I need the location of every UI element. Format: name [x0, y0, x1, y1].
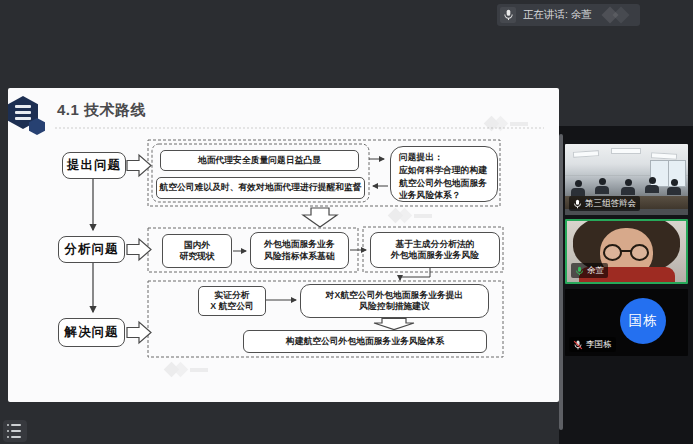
participant-name: 李国栋 [586, 339, 612, 351]
flow-stage-solve: 解决问题 [58, 318, 125, 347]
participant-video-speaker[interactable]: 余萱 [565, 219, 688, 284]
flow-stage-analyze: 分析问题 [58, 236, 125, 263]
flow-box-empirical-analysis: 实证分析 X 航空公司 [198, 286, 266, 316]
participant-name-badge: 李国栋 [569, 337, 616, 352]
shared-screen-slide: 4.1 技术路线 [8, 88, 559, 402]
participant-name: 余萱 [587, 265, 604, 277]
sidebar-resize-handle[interactable] [559, 134, 563, 430]
mic-speaking-icon [575, 266, 584, 276]
participant-video-avatar[interactable]: 国栋 李国栋 [565, 289, 688, 356]
flow-box-index-system-base: 外包地面服务业务 风险指标体系基础 [250, 232, 349, 269]
participant-name-badge: 第三组答辩会 [569, 196, 640, 211]
flow-stage-propose: 提出问题 [62, 152, 126, 179]
mic-on-icon [573, 199, 582, 209]
watermark-logo [486, 118, 532, 132]
flow-box-research-status: 国内外 研究现状 [162, 234, 232, 268]
speaking-banner-text: 正在讲话: 余萱 [523, 8, 592, 22]
participant-name-badge: 余萱 [571, 263, 608, 278]
watermark-logo [166, 364, 212, 378]
flow-box-problem-statement: 问题提出： 应如何科学合理的构建 航空公司外包地面服务 业务风险体系？ [390, 146, 498, 202]
participant-video-group[interactable]: 第三组答辩会 [565, 144, 688, 215]
avatar: 国栋 [620, 298, 666, 344]
mic-icon [500, 7, 516, 23]
meeting-watermark-logo-icon [600, 6, 634, 24]
flow-box-pca-risk: 基于主成分分析法的 外包地面服务业务风险 [370, 232, 500, 268]
participant-list-button[interactable] [3, 420, 27, 442]
flow-box-control-suggestion: 对X航空公司外包地面服务业务提出 风险控制措施建议 [300, 284, 489, 318]
participant-name: 第三组答辩会 [585, 198, 636, 210]
meeting-app-window: 正在讲话: 余萱 4.1 技术路线 [0, 0, 693, 444]
participants-sidebar: 第三组答辩会 余萱 国栋 [559, 126, 693, 444]
flow-box-supervision-issue: 航空公司难以及时、有效对地面代理进行提醒和监督 [156, 177, 365, 199]
mic-muted-icon [573, 340, 583, 350]
flow-box-risk-system: 构建航空公司外包地面服务业务风险体系 [243, 330, 487, 353]
watermark-logo [390, 210, 436, 224]
flow-box-quality-issue: 地面代理安全质量问题日益凸显 [160, 150, 359, 171]
speaking-banner: 正在讲话: 余萱 [497, 4, 640, 26]
